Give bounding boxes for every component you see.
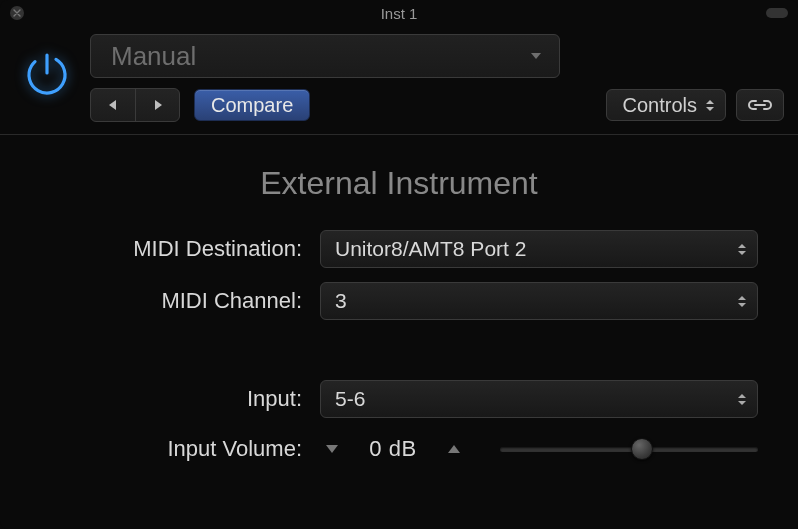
next-preset-button[interactable] <box>135 89 179 121</box>
titlebar-pill <box>766 8 788 18</box>
triangle-right-icon <box>151 98 165 112</box>
link-button[interactable] <box>736 89 784 121</box>
power-button[interactable] <box>18 44 76 102</box>
midi-channel-select[interactable]: 3 <box>320 282 758 320</box>
input-volume-controls: 0 dB <box>320 432 758 466</box>
triangle-down-icon <box>324 443 340 455</box>
view-mode-label: Controls <box>623 94 697 117</box>
row-input-volume: Input Volume: 0 dB <box>40 432 758 466</box>
row-input: Input: 5-6 <box>40 380 758 418</box>
header-controls: Manual Compare Controls <box>90 34 784 122</box>
input-select[interactable]: 5-6 <box>320 380 758 418</box>
row-midi-destination: MIDI Destination: Unitor8/AMT8 Port 2 <box>40 230 758 268</box>
volume-increment-button[interactable] <box>442 437 466 461</box>
panel-title: External Instrument <box>40 165 758 202</box>
window-title: Inst 1 <box>381 5 418 22</box>
volume-value: 0 dB <box>358 436 428 462</box>
updown-icon <box>737 295 747 308</box>
preset-menu[interactable]: Manual <box>90 34 560 78</box>
label-midi-destination: MIDI Destination: <box>40 236 320 262</box>
prev-preset-button[interactable] <box>91 89 135 121</box>
link-icon <box>747 97 773 113</box>
header-bar: Manual Compare Controls <box>0 26 798 135</box>
midi-channel-value: 3 <box>335 289 347 313</box>
preset-menu-label: Manual <box>111 41 196 72</box>
triangle-up-icon <box>446 443 462 455</box>
label-input: Input: <box>40 386 320 412</box>
view-mode-menu[interactable]: Controls <box>606 89 726 121</box>
compare-button[interactable]: Compare <box>194 89 310 121</box>
volume-decrement-button[interactable] <box>320 437 344 461</box>
triangle-left-icon <box>106 98 120 112</box>
header-row-2: Compare Controls <box>90 88 784 122</box>
close-icon <box>13 9 21 17</box>
slider-track <box>500 447 758 452</box>
close-button[interactable] <box>10 6 24 20</box>
label-midi-channel: MIDI Channel: <box>40 288 320 314</box>
input-value: 5-6 <box>335 387 365 411</box>
titlebar: Inst 1 <box>0 0 798 26</box>
updown-icon <box>705 99 715 112</box>
updown-icon <box>737 243 747 256</box>
slider-knob[interactable] <box>631 438 653 460</box>
compare-button-label: Compare <box>211 94 293 117</box>
plugin-window: Inst 1 Manual <box>0 0 798 529</box>
panel-body: External Instrument MIDI Destination: Un… <box>0 135 798 500</box>
midi-destination-value: Unitor8/AMT8 Port 2 <box>335 237 526 261</box>
chevron-down-icon <box>529 51 543 61</box>
volume-stepper: 0 dB <box>320 432 466 466</box>
row-midi-channel: MIDI Channel: 3 <box>40 282 758 320</box>
midi-destination-select[interactable]: Unitor8/AMT8 Port 2 <box>320 230 758 268</box>
power-icon <box>21 47 73 99</box>
updown-icon <box>737 393 747 406</box>
volume-slider[interactable] <box>500 434 758 464</box>
label-input-volume: Input Volume: <box>40 436 320 462</box>
preset-nav <box>90 88 180 122</box>
